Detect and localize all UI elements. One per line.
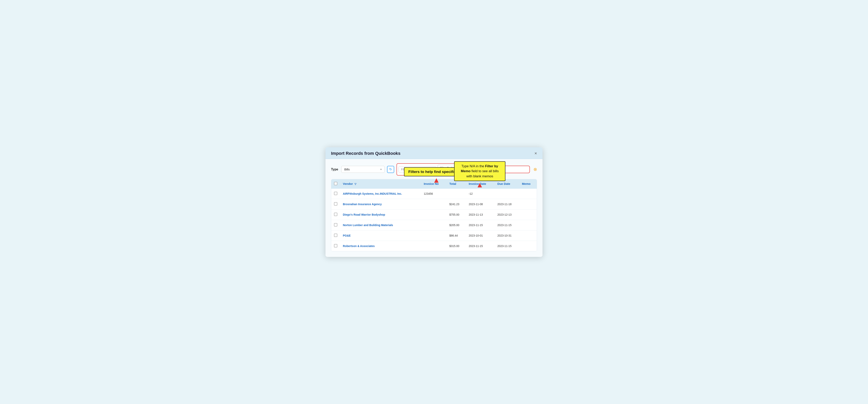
row-checkbox-2[interactable] <box>334 213 337 216</box>
row-checkbox-cell <box>331 220 340 230</box>
sort-icon: ▽ <box>354 183 356 185</box>
arrow1-up-icon: ▲ <box>433 177 440 183</box>
row-invoice-date-4: 2023-10-01 <box>466 230 495 241</box>
row-checkbox-cell <box>331 241 340 251</box>
table-row: Diego's Road Warrior Bodyshop $755.00 20… <box>331 209 537 220</box>
row-checkbox-3[interactable] <box>334 223 337 227</box>
col-checkbox <box>331 179 340 189</box>
row-due-date-1: 2023-11-18 <box>495 199 519 209</box>
dialog-title: Import Records from QuickBooks <box>331 151 400 156</box>
row-vendor-5: Robertson & Associates <box>340 241 421 251</box>
row-due-date-4: 2023-10-31 <box>495 230 519 241</box>
type-select[interactable]: Bills ▾ <box>341 166 385 173</box>
row-checkbox-5[interactable] <box>334 244 337 248</box>
arrow2-area: Type N/A in the Filter by Memo field to … <box>454 161 505 189</box>
refresh-icon: ↻ <box>389 167 392 171</box>
row-memo-5 <box>519 241 537 251</box>
close-button[interactable]: × <box>534 151 537 155</box>
type-chevron-icon: ▾ <box>380 168 382 171</box>
row-invoice-no-1 <box>421 199 446 209</box>
row-invoice-date-2: 2023-11-13 <box>466 209 495 220</box>
table-row: Brosnahan Insurance Agency $241.23 2023-… <box>331 199 537 209</box>
row-checkbox-cell <box>331 199 340 209</box>
row-memo-2 <box>519 209 537 220</box>
row-vendor-1: Brosnahan Insurance Agency <box>340 199 421 209</box>
row-checkbox-1[interactable] <box>334 202 337 206</box>
row-memo-4 <box>519 230 537 241</box>
row-total-1: $241.23 <box>446 199 466 209</box>
row-vendor-3: Norton Lumber and Building Materials <box>340 220 421 230</box>
row-due-date-2: 2023-12-13 <box>495 209 519 220</box>
table-row: Norton Lumber and Building Materials $20… <box>331 220 537 230</box>
row-invoice-no-2 <box>421 209 446 220</box>
row-invoice-no-4 <box>421 230 446 241</box>
row-invoice-date-5: 2023-11-15 <box>466 241 495 251</box>
row-invoice-date-0: -12 <box>466 189 495 199</box>
row-vendor-4: PG&E <box>340 230 421 241</box>
row-vendor-0: AIRPittsburgh Systems, Inc.INDUSTRIAL In… <box>340 189 421 199</box>
row-due-date-3: 2023-11-15 <box>495 220 519 230</box>
row-memo-3 <box>519 220 537 230</box>
table-row: AIRPittsburgh Systems, Inc.INDUSTRIAL In… <box>331 189 537 199</box>
col-memo: Memo <box>519 179 537 189</box>
arrow2-up-icon: ▲ <box>476 181 484 188</box>
row-total-2: $755.00 <box>446 209 466 220</box>
row-checkbox-cell <box>331 189 340 199</box>
row-total-5: $315.00 <box>446 241 466 251</box>
dialog-header: Import Records from QuickBooks × <box>326 147 542 159</box>
row-checkbox-cell <box>331 230 340 241</box>
refresh-button[interactable]: ↻ <box>387 166 394 173</box>
row-vendor-2: Diego's Road Warrior Bodyshop <box>340 209 421 220</box>
clear-button[interactable]: ⊗ <box>533 167 537 172</box>
select-all-checkbox[interactable] <box>334 182 337 185</box>
row-memo-0 <box>519 189 537 199</box>
table-row: PG&E $86.44 2023-10-01 2023-10-31 <box>331 230 537 241</box>
row-checkbox-4[interactable] <box>334 234 337 237</box>
row-checkbox-0[interactable] <box>334 192 337 195</box>
import-dialog: Import Records from QuickBooks × Type Bi… <box>326 147 542 257</box>
row-due-date-0 <box>495 189 519 199</box>
tooltip2-box: Type N/A in the Filter by Memo field to … <box>454 161 505 181</box>
row-total-0 <box>446 189 466 199</box>
bills-table: Vendor ▽ Invoice No Total Invoice Date D… <box>331 179 537 251</box>
row-invoice-no-0: 123456 <box>421 189 446 199</box>
type-label: Type <box>331 168 338 171</box>
row-invoice-date-1: 2023-11-08 <box>466 199 495 209</box>
row-total-3: $205.00 <box>446 220 466 230</box>
row-invoice-no-3 <box>421 220 446 230</box>
dialog-body: Type Bills ▾ ↻ Filter By Vendor... ▾ Fil… <box>326 159 542 257</box>
bills-table-wrap: Vendor ▽ Invoice No Total Invoice Date D… <box>331 179 537 251</box>
row-invoice-date-3: 2023-11-15 <box>466 220 495 230</box>
type-value: Bills <box>344 168 350 171</box>
row-memo-1 <box>519 199 537 209</box>
row-due-date-5: 2023-11-15 <box>495 241 519 251</box>
row-checkbox-cell <box>331 209 340 220</box>
row-invoice-no-5 <box>421 241 446 251</box>
row-total-4: $86.44 <box>446 230 466 241</box>
table-row: Robertson & Associates $315.00 2023-11-1… <box>331 241 537 251</box>
